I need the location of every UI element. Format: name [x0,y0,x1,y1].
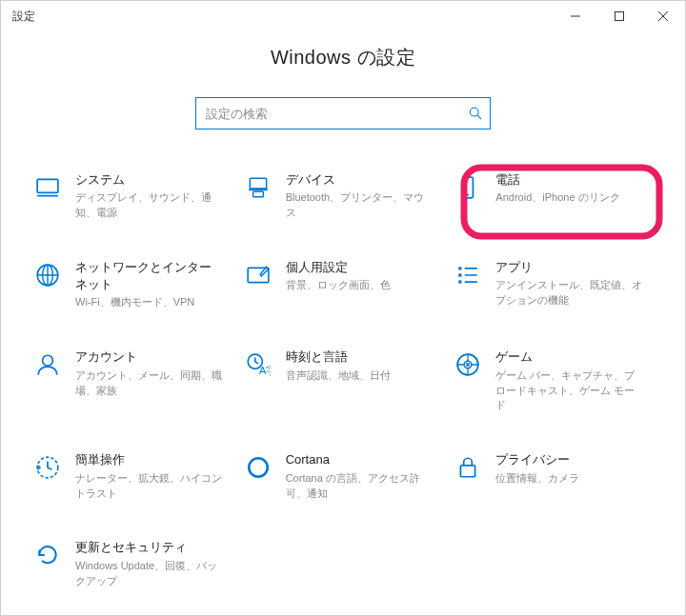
category-phone[interactable]: 電話 Android、iPhone のリンク [446,160,656,232]
close-icon [658,11,668,21]
category-desc: ディスプレイ、サウンド、通知、電源 [75,190,223,221]
gaming-icon [454,350,482,379]
devices-icon [244,173,272,202]
display-icon [33,173,62,202]
category-title: ネットワークとインターネット [75,259,223,293]
close-button[interactable] [641,1,685,31]
privacy-icon [454,453,482,482]
svg-rect-3 [250,178,266,189]
svg-rect-4 [249,189,268,190]
category-devices[interactable]: デバイス Bluetooth、プリンター、マウス [236,160,447,232]
svg-rect-11 [459,267,462,269]
category-desc: 背景、ロック画面、色 [286,278,391,293]
search-input[interactable] [206,107,469,121]
category-title: 簡単操作 [75,451,223,468]
maximize-icon [615,11,624,21]
page-title: Windows の設定 [1,45,685,70]
category-title: アプリ [495,259,643,276]
svg-text:A字: A字 [259,365,271,376]
categories-grid: システム ディスプレイ、サウンド、通知、電源 デバイス Bluetooth、プリ… [1,160,685,601]
titlebar: 設定 [1,1,685,31]
svg-rect-2 [37,179,58,192]
account-icon [33,350,62,379]
category-title: プライバシー [495,451,579,468]
category-desc: Android、iPhone のリンク [495,190,619,206]
search-box[interactable] [195,97,491,129]
category-desc: Bluetooth、プリンター、マウス [286,190,434,221]
svg-point-20 [249,459,268,478]
svg-rect-21 [461,466,475,477]
category-title: 時刻と言語 [286,348,391,366]
category-title: ゲーム [495,348,643,366]
category-title: 更新とセキュリティ [75,539,223,556]
svg-point-7 [467,194,469,196]
window-title: 設定 [12,9,554,25]
category-system[interactable]: システム ディスプレイ、サウンド、通知、電源 [26,160,236,232]
category-update-security[interactable]: 更新とセキュリティ Windows Update、回復、バックアップ [26,527,236,600]
apps-icon [454,261,482,289]
svg-rect-13 [459,280,462,283]
search-container [1,97,685,129]
update-icon [33,541,62,569]
category-accounts[interactable]: アカウント アカウント、メール、同期、職場、家族 [26,337,236,425]
time-icon: A字 [244,350,272,379]
category-desc: 音声認識、地域、日付 [286,368,391,384]
category-personalization[interactable]: 個人用設定 背景、ロック画面、色 [236,248,447,322]
category-apps[interactable]: アプリ アンインストール、既定値、オプションの機能 [446,248,656,322]
category-title: 電話 [495,171,619,189]
category-gaming[interactable]: ゲーム ゲーム バー、キャプチャ、ブロードキャスト、ゲーム モード [446,337,656,425]
category-desc: ナレーター、拡大鏡、ハイコントラスト [75,471,223,502]
category-privacy[interactable]: プライバシー 位置情報、カメラ [446,440,656,512]
maximize-button[interactable] [597,1,641,31]
category-desc: 位置情報、カメラ [495,471,579,487]
titlebar-controls [554,1,685,31]
category-title: システム [75,171,223,189]
ease-icon [33,453,62,482]
search-icon [469,107,482,120]
category-desc: アンインストール、既定値、オプションの機能 [495,278,643,308]
personalize-icon [244,261,272,289]
category-title: Cortana [286,451,434,468]
category-desc: アカウント、メール、同期、職場、家族 [75,368,223,399]
minimize-button[interactable] [554,1,597,31]
phone-icon [454,173,482,202]
minimize-icon [571,11,580,21]
svg-rect-12 [459,273,462,276]
category-title: アカウント [75,348,223,366]
category-cortana[interactable]: Cortana Cortana の言語、アクセス許可、通知 [236,440,447,512]
category-desc: Windows Update、回復、バックアップ [75,559,223,589]
cortana-icon [244,453,272,482]
category-desc: ゲーム バー、キャプチャ、ブロードキャスト、ゲーム モード [495,368,643,414]
svg-rect-0 [615,12,624,21]
category-title: 個人用設定 [286,259,391,276]
svg-point-1 [470,108,478,116]
svg-rect-5 [252,191,263,196]
category-desc: Wi-Fi、機内モード、VPN [75,295,223,310]
svg-point-14 [43,356,53,367]
svg-rect-10 [248,268,269,282]
category-time-language[interactable]: A字 時刻と言語 音声認識、地域、日付 [236,337,447,425]
category-title: デバイス [286,171,434,189]
globe-icon [33,261,62,289]
category-desc: Cortana の言語、アクセス許可、通知 [286,471,434,502]
category-network[interactable]: ネットワークとインターネット Wi-Fi、機内モード、VPN [26,248,236,322]
category-ease-of-access[interactable]: 簡単操作 ナレーター、拡大鏡、ハイコントラスト [26,440,236,512]
